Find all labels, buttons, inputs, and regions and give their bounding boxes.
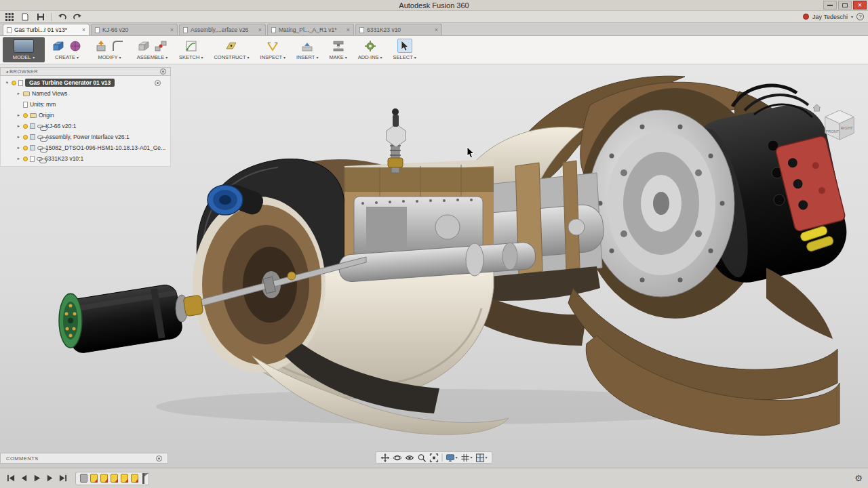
new-document-button[interactable] — [20, 12, 31, 22]
browser-header[interactable]: ◂ BROWSER — [0, 67, 171, 76]
browser-item-15082[interactable]: ▸ 15082_DTSO1-096-HSM1-10.18.13-A01_Ge..… — [1, 142, 170, 153]
activate-component-icon[interactable] — [155, 80, 161, 86]
ribbon-group-select[interactable]: SELECT▾ — [389, 37, 421, 64]
visibility-bulb-icon[interactable] — [23, 146, 28, 150]
browser-item-assembly-power-interface[interactable]: ▸ Assembly, Power Interface v26:1 — [1, 131, 170, 142]
ribbon-group-assemble[interactable]: ASSEMBLE▾ — [132, 37, 173, 64]
timeline-feature-track[interactable] — [75, 472, 149, 485]
comments-bar[interactable]: COMMENTS — [0, 453, 168, 464]
comments-expand-icon[interactable] — [156, 455, 162, 462]
timeline-step-back-button[interactable] — [18, 473, 29, 484]
close-tab-icon[interactable]: × — [258, 27, 262, 33]
undo-button[interactable] — [56, 12, 67, 22]
timeline-joint-feature-icon[interactable] — [131, 474, 138, 483]
visibility-bulb-icon[interactable] — [23, 113, 28, 118]
timeline-joint-feature-icon[interactable] — [90, 474, 98, 483]
app-menu-button[interactable] — [4, 12, 15, 22]
user-name[interactable]: Jay Tedeschi — [812, 14, 848, 20]
measure-icon[interactable] — [265, 39, 280, 53]
display-mode-icon[interactable] — [160, 68, 166, 75]
fuel-valve[interactable] — [387, 108, 406, 173]
tab-kj66[interactable]: KJ-66 v20 × — [91, 24, 178, 35]
tab-6331k23[interactable]: 6331K23 v10 × — [355, 24, 442, 35]
browser-item-origin[interactable]: ▸ Origin — [1, 110, 170, 121]
ribbon-group-sketch[interactable]: SKETCH▾ — [174, 37, 208, 64]
zoom-button[interactable] — [417, 453, 426, 462]
timeline-feature-icon[interactable] — [80, 474, 87, 483]
browser-item-kj66[interactable]: ▸ KJ-66 v20:1 — [1, 121, 170, 131]
tab-assembly-power-interface[interactable]: Assembly,...erface v26 × — [179, 24, 266, 35]
timeline-position-marker[interactable] — [142, 473, 144, 484]
close-tab-icon[interactable]: × — [170, 27, 174, 33]
insert-icon[interactable] — [300, 39, 315, 53]
pan-button[interactable] — [380, 453, 389, 462]
create-box-icon[interactable] — [51, 39, 66, 53]
fillet-icon[interactable] — [111, 39, 125, 53]
timeline-joint-feature-icon[interactable] — [121, 474, 128, 483]
press-pull-icon[interactable] — [94, 39, 108, 53]
ribbon-group-modify[interactable]: MODIFY▾ — [89, 37, 130, 64]
timeline-play-button[interactable] — [31, 473, 42, 484]
browser-item-6331k23[interactable]: ▸ 6331K23 v10:1 — [1, 153, 170, 164]
save-button[interactable] — [35, 12, 46, 22]
browser-root-row[interactable]: ▾ Gas Turbine Generator 01 v13 — [1, 77, 170, 88]
3d-print-icon[interactable] — [331, 39, 346, 53]
help-button[interactable]: ? — [856, 13, 864, 20]
ribbon-group-inspect[interactable]: INSPECT▾ — [256, 37, 291, 64]
close-tab-icon[interactable]: × — [435, 27, 438, 33]
display-settings-button[interactable]: ▾ — [446, 453, 457, 462]
ribbon-group-insert[interactable]: INSERT▾ — [292, 37, 323, 64]
visibility-bulb-icon[interactable] — [23, 157, 28, 161]
joint-icon[interactable] — [153, 39, 168, 53]
orbit-button[interactable] — [393, 453, 401, 462]
sketch-icon[interactable] — [184, 39, 199, 53]
visibility-bulb-icon[interactable] — [23, 135, 28, 140]
timeline-go-to-start-button[interactable] — [5, 473, 16, 484]
maximize-button[interactable] — [838, 1, 852, 9]
model-viewport[interactable]: ◂ BROWSER ▾ Gas Turbine Generator 01 v13… — [0, 64, 868, 468]
scripts-add-ins-icon[interactable] — [363, 39, 378, 53]
view-cube[interactable]: FRONT RIGHT — [812, 104, 867, 146]
construction-plane-icon[interactable] — [224, 39, 239, 53]
expand-icon[interactable]: ▸ — [16, 145, 21, 150]
root-component-name[interactable]: Gas Turbine Generator 01 v13 — [25, 79, 115, 87]
browser-item-named-views[interactable]: ▸ Named Views — [1, 88, 170, 99]
browser-item-units[interactable]: Units: mm — [1, 99, 170, 110]
ribbon-group-add-ins[interactable]: ADD-INS▾ — [353, 37, 387, 64]
close-tab-icon[interactable]: × — [347, 27, 350, 33]
ribbon-group-make[interactable]: MAKE▾ — [324, 37, 351, 64]
timeline-step-forward-button[interactable] — [44, 473, 55, 484]
expand-icon[interactable]: ▸ — [16, 123, 21, 129]
new-component-icon[interactable] — [136, 39, 151, 53]
timeline-joint-feature-icon[interactable] — [111, 474, 118, 483]
tab-mating-plate[interactable]: Mating_Pl..._A_R1 v1* × — [267, 24, 354, 35]
home-view-icon[interactable] — [812, 104, 821, 113]
grid-snap-button[interactable]: ▾ — [460, 453, 472, 462]
expanded-icon[interactable]: ▾ — [5, 80, 9, 85]
select-cursor-icon[interactable] — [397, 39, 412, 53]
ribbon-group-construct[interactable]: CONSTRUCT▾ — [209, 37, 254, 64]
timeline-go-to-end-button[interactable] — [57, 473, 68, 484]
viewcube-right-label: RIGHT — [841, 126, 853, 130]
timeline-joint-feature-icon[interactable] — [100, 474, 108, 483]
collapse-icon[interactable]: ◂ — [5, 69, 9, 75]
expand-icon[interactable]: ▸ — [16, 91, 21, 96]
look-at-button[interactable] — [405, 453, 414, 462]
expand-icon[interactable]: ▸ — [16, 156, 21, 161]
minimize-button[interactable] — [823, 1, 837, 9]
redo-button[interactable] — [72, 12, 83, 22]
create-form-icon[interactable] — [68, 39, 83, 53]
ribbon-group-create[interactable]: CREATE▾ — [46, 37, 87, 64]
expand-icon[interactable]: ▸ — [16, 134, 21, 140]
fit-button[interactable] — [429, 453, 438, 462]
generator-front-ring[interactable] — [588, 110, 734, 297]
expand-icon[interactable]: ▸ — [16, 113, 21, 118]
visibility-bulb-icon[interactable] — [12, 81, 16, 85]
tab-gas-turbine[interactable]: Gas Turbi...r 01 v13* × — [3, 24, 90, 35]
close-tab-icon[interactable]: × — [82, 27, 85, 33]
close-button[interactable]: × — [853, 1, 867, 9]
visibility-bulb-icon[interactable] — [23, 124, 28, 129]
viewports-button[interactable]: ▾ — [476, 453, 488, 462]
timeline-settings-gear-icon[interactable]: ⚙ — [854, 474, 863, 483]
workspace-selector[interactable]: MODEL▾ — [3, 37, 45, 62]
